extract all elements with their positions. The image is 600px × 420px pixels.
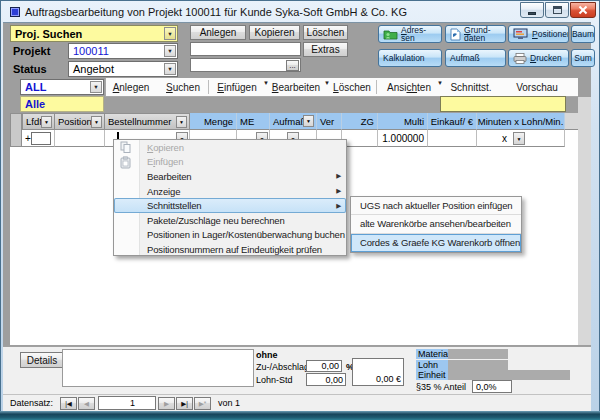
record-number-input[interactable]: 1 bbox=[98, 396, 156, 410]
menu-item-label: Cordes & Graefe KG Warenkorb öffnen bbox=[360, 237, 520, 248]
grunddaten-button[interactable]: Grund-daten bbox=[445, 25, 506, 43]
anteil-input[interactable]: 0,0% bbox=[472, 380, 512, 393]
menu-item-positionsnummern[interactable]: Positionsnummern auf Eindeutigkeit prüfe… bbox=[114, 242, 346, 257]
cell-dropdown-button[interactable]: ▼ bbox=[513, 132, 525, 145]
cell-position[interactable] bbox=[55, 130, 105, 147]
status-combo[interactable]: Angebot ▼ bbox=[68, 61, 178, 77]
drucken-button[interactable]: Drucken bbox=[508, 49, 569, 67]
lohn-std-input[interactable]: 0,00 bbox=[306, 373, 346, 386]
filter-dropdown-button[interactable]: ▼ bbox=[176, 116, 187, 128]
chevron-down-icon: ▼ bbox=[167, 48, 172, 54]
last-record-button[interactable]: ▶| bbox=[176, 397, 193, 410]
col-header-position[interactable]: Position▼ bbox=[55, 113, 105, 130]
cell-zg[interactable] bbox=[342, 130, 378, 147]
lohn-eur-field[interactable]: 0,00 € bbox=[352, 358, 404, 386]
filter-dropdown-button[interactable]: ▼ bbox=[303, 115, 314, 127]
anlegen-button[interactable]: Anlegen bbox=[190, 25, 246, 40]
menu-item-pakete-zuschlaege[interactable]: Pakete/Zuschläge neu berechnen bbox=[114, 213, 346, 228]
paste-icon bbox=[120, 156, 132, 169]
filter-dropdown-button[interactable]: ▼ bbox=[91, 116, 102, 128]
first-record-button[interactable]: |◀ bbox=[60, 397, 77, 410]
submenu-item-ugs[interactable]: UGS nach aktueller Position einfügen bbox=[351, 197, 521, 215]
cell-einkauf[interactable] bbox=[428, 130, 477, 147]
toolbar-loeschen[interactable]: Löschen bbox=[331, 78, 373, 96]
close-button[interactable] bbox=[570, 2, 596, 18]
col-header-bestellnummer[interactable]: Bestellnummer▼ bbox=[105, 113, 190, 130]
sum-button[interactable]: Sum bbox=[571, 49, 595, 67]
toolbar-ansichten-label: Ansichten bbox=[387, 82, 431, 93]
col-header-lfdn[interactable]: LfdN▼ bbox=[22, 113, 55, 130]
col-header-minuten-lohn[interactable]: Minuten x Lohn/Min. bbox=[477, 113, 565, 130]
toolbar-einfuegen[interactable]: Einfügen bbox=[214, 78, 260, 96]
toolbar-schnittst[interactable]: Schnittst. bbox=[445, 78, 497, 96]
proj-suchen-combo[interactable]: Proj. Suchen ▼ bbox=[10, 25, 178, 42]
col-label: ZG bbox=[361, 116, 374, 127]
proj-suchen-dropdown-button[interactable]: ▼ bbox=[164, 27, 176, 40]
status-indicator-box bbox=[440, 96, 566, 112]
details-button[interactable]: Details bbox=[20, 352, 64, 368]
toolbar-separator bbox=[208, 80, 209, 94]
chevron-down-icon[interactable]: ▼ bbox=[437, 80, 443, 86]
project-info-input[interactable]: ... bbox=[190, 58, 301, 72]
grunddaten-label-line2: daten bbox=[464, 34, 490, 42]
kalkulation-button[interactable]: Kalkulation bbox=[378, 49, 442, 67]
loeschen-button[interactable]: Löschen bbox=[303, 25, 348, 40]
document-icon bbox=[450, 28, 461, 41]
toolbar-bearbeiten[interactable]: Bearbeiten bbox=[271, 78, 321, 96]
details-text-area[interactable] bbox=[62, 349, 254, 387]
row-selector-cell[interactable] bbox=[10, 130, 22, 147]
col-header-multi[interactable]: Multi bbox=[378, 113, 428, 130]
toolbar-vorschau[interactable]: Vorschau bbox=[513, 78, 561, 96]
adressen-button[interactable]: Adres-sen bbox=[378, 25, 442, 43]
status-dropdown-button[interactable]: ▼ bbox=[164, 63, 176, 75]
chevron-down-icon: ▼ bbox=[179, 119, 184, 125]
maximize-button[interactable] bbox=[545, 2, 569, 18]
toolbar-einfuegen-label: Einfügen bbox=[217, 82, 256, 93]
last-record-icon: ▶| bbox=[181, 400, 188, 408]
lohn-std-label: Lohn-Std bbox=[256, 375, 293, 385]
expand-plus-icon[interactable]: + bbox=[25, 133, 31, 144]
positionen-button[interactable]: Positionen bbox=[508, 25, 569, 43]
col-header-me[interactable]: ME bbox=[237, 113, 270, 130]
toolbar-anlegen[interactable]: Anlegen bbox=[109, 78, 153, 96]
filter-dropdown-button[interactable]: ▼ bbox=[41, 116, 52, 128]
cell-multi[interactable]: 1.000000 bbox=[378, 130, 428, 147]
chevron-down-icon: ▼ bbox=[167, 31, 172, 37]
toolbar-suchen[interactable]: Suchen bbox=[163, 78, 203, 96]
menu-item-schnittstellen[interactable]: Schnittstellen ▶ bbox=[114, 198, 346, 213]
filter-all-value: ALL bbox=[25, 81, 46, 93]
projekt-combo[interactable]: 100011 ▼ bbox=[68, 43, 178, 59]
filter-all-combo[interactable]: ALL ▼ bbox=[20, 79, 104, 95]
col-header-aufmass[interactable]: Aufmaß▼ bbox=[270, 113, 317, 130]
menu-item-bearbeiten[interactable]: Bearbeiten ▶ bbox=[114, 169, 346, 184]
lfdn-input[interactable] bbox=[31, 132, 51, 145]
baum-button[interactable]: Baum bbox=[571, 25, 595, 43]
col-header-ver[interactable]: Ver bbox=[317, 113, 342, 130]
drucken-label: Drucken bbox=[530, 53, 562, 63]
menu-item-anzeige[interactable]: Anzeige ▶ bbox=[114, 184, 346, 199]
proj-suchen-label: Proj. Suchen bbox=[15, 28, 82, 40]
col-header-menge[interactable]: Menge bbox=[190, 113, 237, 130]
chevron-down-icon[interactable]: ▼ bbox=[263, 80, 269, 86]
kopieren-button[interactable]: Kopieren bbox=[249, 25, 300, 40]
application-window: Auftragsbearbeitung von Projekt 100011 f… bbox=[0, 0, 600, 420]
zu-abschlag-input[interactable]: 0,00 bbox=[306, 360, 342, 372]
col-header-zg[interactable]: ZG bbox=[342, 113, 378, 130]
filter-all-dropdown-button[interactable]: ▼ bbox=[90, 81, 102, 93]
projekt-dropdown-button[interactable]: ▼ bbox=[164, 45, 176, 57]
aufmass-button[interactable]: Aufmaß bbox=[445, 49, 506, 67]
einheit-label-text: Einheit bbox=[418, 370, 446, 380]
extras-button[interactable]: Extras bbox=[303, 42, 348, 57]
browse-button[interactable]: ... bbox=[286, 60, 299, 71]
submenu-item-alte-warenkoerbe[interactable]: alte Warenkörbe ansehen/bearbeiten bbox=[351, 215, 521, 233]
zu-abschlag-value: 0,00 bbox=[321, 361, 339, 371]
minimize-button[interactable] bbox=[520, 2, 544, 18]
project-name-input[interactable] bbox=[190, 42, 301, 56]
chevron-down-icon: ▼ bbox=[94, 119, 99, 125]
ohne-label: ohne bbox=[256, 350, 278, 360]
submenu-item-cordes-graefe[interactable]: Cordes & Graefe KG Warenkorb öffnen bbox=[351, 234, 521, 252]
chevron-down-icon[interactable]: ▼ bbox=[324, 80, 330, 86]
col-header-einkauf[interactable]: Einkauf/ € bbox=[428, 113, 477, 130]
toolbar-ansichten[interactable]: Ansichten bbox=[384, 78, 434, 96]
menu-item-positionen-lager[interactable]: Positionen in Lager/Kostenüberwachung bu… bbox=[114, 228, 346, 243]
